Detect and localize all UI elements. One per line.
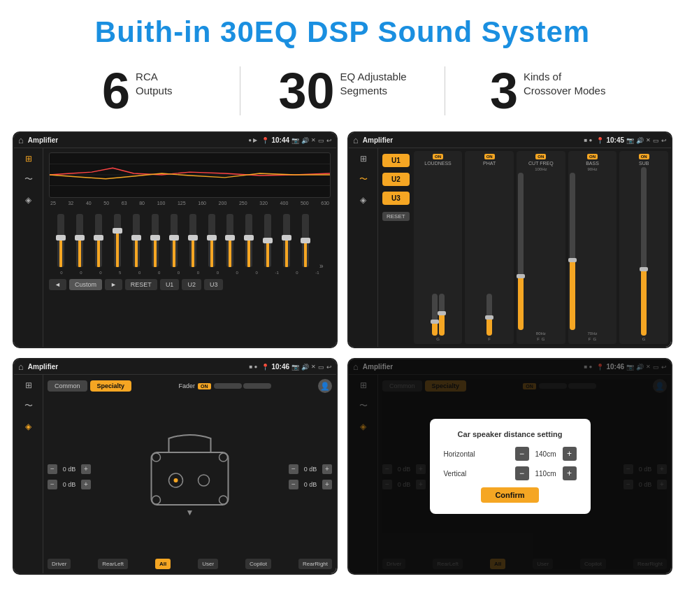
eq-slider-8[interactable] [207,214,217,270]
fader-slider-h2[interactable] [243,383,271,389]
app-name-3: Amplifier [28,363,245,371]
eq-u3-btn[interactable]: U3 [204,279,224,290]
svg-point-8 [219,453,228,461]
fader-slider-h1[interactable] [214,383,242,389]
btn-rearleft[interactable]: RearLeft [98,559,128,569]
volume-icon-2: 🔊 [636,137,644,144]
eq-slider-6[interactable] [169,214,179,270]
sidebar-wave-icon-3[interactable]: 〜 [24,400,33,412]
eq-next-btn[interactable]: ► [105,279,122,290]
sidebar-speaker-icon-3[interactable]: ◈ [25,422,31,431]
vol-rr-plus[interactable]: + [322,480,332,489]
stat-item-crossover: 3 Kinds of Crossover Modes [452,66,643,116]
screen-fader: ⌂ Amplifier ■ ● 📍 10:46 📷 🔊 ✕ ▭ ↩ ⊞ 〜 ◈ [13,358,338,575]
bass-slider[interactable] [570,173,575,330]
app-name-1: Amplifier [28,136,245,144]
sidebar-speaker-icon[interactable]: ◈ [25,195,31,205]
home-icon-3[interactable]: ⌂ [18,361,24,372]
vol-fl-minus[interactable]: − [48,464,57,474]
eq-reset-btn[interactable]: RESET [125,279,157,290]
phat-slider[interactable] [486,294,492,336]
eq-slider-10[interactable] [244,214,254,270]
status-dot-2: ■ ● [584,137,593,143]
crossover-main: U1 U2 U3 RESET ON LOUDNESS [378,148,671,347]
location-icon-1: 📍 [261,137,269,144]
camera-icon-1: 📷 [291,137,299,144]
control-cutfreq: ON CUT FREQ 100Hz 80Hz [517,151,565,344]
eq-expand-icon[interactable]: » [319,262,324,270]
vol-fr-plus[interactable]: + [322,464,332,474]
eq-slider-1[interactable] [75,214,85,270]
crossover-reset-btn[interactable]: RESET [382,212,410,221]
camera-icon-2: 📷 [626,137,634,144]
btn-rearright[interactable]: RearRight [298,559,332,569]
horizontal-minus-btn[interactable]: − [515,447,529,461]
btn-user[interactable]: User [198,559,218,569]
x-icon-2: ✕ [646,137,651,143]
u2-button[interactable]: U2 [382,173,410,186]
loudness-slider-2[interactable] [439,294,445,336]
fader-bottom-buttons: Driver RearLeft All User Copilot RearRig… [48,559,332,569]
vol-fl-plus[interactable]: + [81,464,91,474]
horizontal-plus-btn[interactable]: + [563,447,577,461]
vol-rear-left: − 0 dB + [48,480,91,489]
vol-rl-minus[interactable]: − [48,480,57,489]
btn-all[interactable]: All [155,559,171,569]
sidebar-speaker-icon-2[interactable]: ◈ [360,195,366,205]
loudness-label: LOUDNESS [424,161,452,166]
sidebar-1: ⊞ 〜 ◈ [14,148,43,347]
eq-custom-btn[interactable]: Custom [69,279,102,290]
home-icon-2[interactable]: ⌂ [353,135,359,145]
sidebar-eq-icon-3[interactable]: ⊞ [25,380,32,390]
eq-slider-0[interactable] [56,214,66,270]
horizontal-value: 140cm [532,450,560,458]
eq-slider-11[interactable] [263,214,273,270]
sidebar-wave-icon[interactable]: 〜 [24,173,33,185]
vol-front-right: − 0 dB + [289,464,332,474]
dialog-horizontal-row: Horizontal − 140cm + [444,447,577,461]
eq-slider-13[interactable] [301,214,310,270]
tab-specialty-3[interactable]: Specialty [90,380,132,392]
eq-slider-7[interactable] [188,214,198,270]
btn-driver[interactable]: Driver [48,559,71,569]
vol-rl-plus[interactable]: + [81,480,91,489]
eq-slider-4[interactable] [131,214,141,270]
back-icon-1[interactable]: ↩ [326,137,332,144]
eq-slider-3[interactable] [113,214,122,270]
x-icon-3: ✕ [311,364,316,370]
cutfreq-g: G [542,337,545,341]
eq-slider-9[interactable] [225,214,235,270]
sidebar-eq-icon-2[interactable]: ⊞ [360,154,367,164]
vol-rr-minus[interactable]: − [289,480,298,489]
sub-slider[interactable] [641,167,647,336]
eq-u2-btn[interactable]: U2 [182,279,201,290]
eq-slider-12[interactable] [282,214,291,270]
vol-fr-minus[interactable]: − [289,464,298,474]
confirm-button[interactable]: Confirm [481,487,538,503]
eq-slider-2[interactable] [94,214,103,270]
tab-common-3[interactable]: Common [48,380,87,392]
vertical-plus-btn[interactable]: + [563,466,577,480]
sidebar-wave-icon-2[interactable]: 〜 [359,173,368,185]
back-icon-3[interactable]: ↩ [326,364,332,371]
dialog-horizontal-label: Horizontal [444,450,486,458]
u1-button[interactable]: U1 [382,154,410,167]
u3-button[interactable]: U3 [382,192,410,205]
control-loudness: ON LOUDNESS [414,151,463,344]
eq-slider-5[interactable] [150,214,160,270]
volume-icon-1: 🔊 [301,137,309,144]
eq-prev-btn[interactable]: ◄ [49,279,66,290]
sidebar-eq-icon[interactable]: ⊞ [25,154,32,164]
control-columns: ON LOUDNESS [414,151,668,344]
cutfreq-slider[interactable] [518,173,524,330]
back-icon-2[interactable]: ↩ [661,137,667,144]
fader-top-row: Common Specialty Fader ON 👤 [48,379,332,393]
loudness-sliders [432,167,445,336]
eq-u1-btn[interactable]: U1 [160,279,180,290]
btn-copilot[interactable]: Copilot [245,559,271,569]
loudness-slider-1[interactable] [432,294,438,336]
app-name-2: Amplifier [363,136,580,144]
vertical-minus-btn[interactable]: − [515,466,529,480]
stat-label-crossover: Kinds of Crossover Modes [524,66,606,97]
home-icon-1[interactable]: ⌂ [18,135,24,145]
